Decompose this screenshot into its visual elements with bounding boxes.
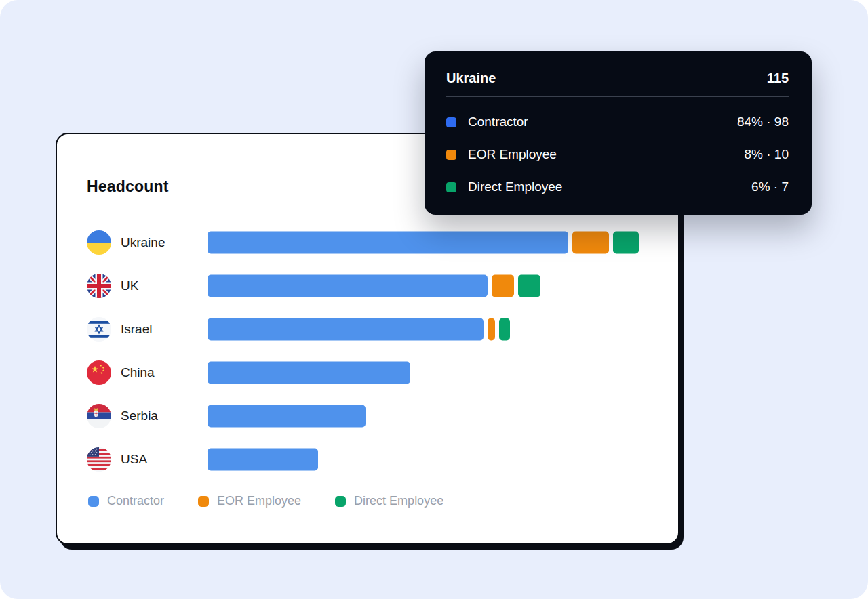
bar-segment-contractor[interactable] <box>208 275 488 297</box>
tooltip-total-count: 115 <box>767 70 789 86</box>
bar-group <box>208 318 510 341</box>
legend-label: Direct Employee <box>354 494 443 508</box>
legend-item-eor-employee[interactable]: EOR Employee <box>198 494 301 508</box>
bar-group <box>208 405 366 428</box>
country-row-usa: USA <box>57 438 678 481</box>
eor-employee-swatch-icon <box>198 496 209 507</box>
bar-segment-direct[interactable] <box>518 275 540 297</box>
tooltip-row-label: Direct Employee <box>468 180 751 194</box>
tooltip-row-eor-employee: EOR Employee 8% · 10 <box>446 138 789 171</box>
country-row-ukraine: Ukraine <box>57 221 678 264</box>
tooltip-header: Ukraine 115 <box>446 68 789 87</box>
direct-employee-swatch-icon <box>335 496 346 507</box>
legend-item-direct-employee[interactable]: Direct Employee <box>335 494 443 508</box>
bar-segment-eor[interactable] <box>488 318 495 341</box>
uk-flag-icon <box>87 274 111 298</box>
bar-segment-eor[interactable] <box>572 232 609 254</box>
china-flag-icon <box>87 360 111 385</box>
bar-group <box>208 275 540 297</box>
tooltip-row-label: EOR Employee <box>468 147 745 162</box>
card-title: Headcount <box>87 178 169 196</box>
country-row-china: China <box>57 351 678 394</box>
country-row-israel: Israel <box>57 308 678 351</box>
bar-segment-eor[interactable] <box>492 275 514 297</box>
bar-segment-contractor[interactable] <box>208 318 484 341</box>
chart-legend: Contractor EOR Employee Direct Employee <box>88 494 443 508</box>
legend-label: EOR Employee <box>217 494 301 508</box>
eor-employee-swatch-icon <box>446 150 456 160</box>
country-label: UK <box>121 278 138 293</box>
tooltip-country-title: Ukraine <box>446 70 496 86</box>
country-label: Serbia <box>121 409 158 424</box>
contractor-swatch-icon <box>88 496 99 507</box>
legend-label: Contractor <box>107 494 164 508</box>
ukraine-flag-icon <box>87 230 111 255</box>
tooltip-row-direct-employee: Direct Employee 6% · 7 <box>446 171 789 203</box>
bar-group <box>208 232 639 254</box>
country-label: Ukraine <box>121 235 165 250</box>
country-label: China <box>121 365 155 380</box>
serbia-flag-icon <box>87 404 111 428</box>
page-background: Headcount Ukraine UK <box>0 0 868 599</box>
country-label: USA <box>121 452 147 467</box>
bar-group <box>208 362 410 384</box>
bar-segment-direct[interactable] <box>499 318 510 341</box>
bar-segment-contractor[interactable] <box>208 232 568 254</box>
bar-segment-contractor[interactable] <box>208 449 318 471</box>
israel-flag-icon <box>87 317 111 342</box>
tooltip-divider <box>446 96 789 97</box>
country-row-serbia: Serbia <box>57 394 678 438</box>
country-label: Israel <box>121 322 152 337</box>
bar-segment-contractor[interactable] <box>208 362 410 384</box>
tooltip-row-value: 6% · 7 <box>751 180 789 194</box>
tooltip-rows: Contractor 84% · 98 EOR Employee 8% · 10… <box>446 106 789 203</box>
bar-segment-contractor[interactable] <box>208 405 366 428</box>
tooltip-row-value: 84% · 98 <box>737 115 789 129</box>
chart-tooltip: Ukraine 115 Contractor 84% · 98 EOR Empl… <box>425 51 812 215</box>
tooltip-row-value: 8% · 10 <box>745 147 789 162</box>
tooltip-row-contractor: Contractor 84% · 98 <box>446 106 789 138</box>
country-row-uk: UK <box>57 264 678 308</box>
usa-flag-icon <box>87 447 111 472</box>
bar-segment-direct[interactable] <box>613 232 639 254</box>
bar-group <box>208 449 318 471</box>
tooltip-row-label: Contractor <box>468 115 737 129</box>
direct-employee-swatch-icon <box>446 182 456 192</box>
bar-chart: Ukraine UK <box>57 221 678 481</box>
legend-item-contractor[interactable]: Contractor <box>88 494 164 508</box>
contractor-swatch-icon <box>446 117 456 127</box>
